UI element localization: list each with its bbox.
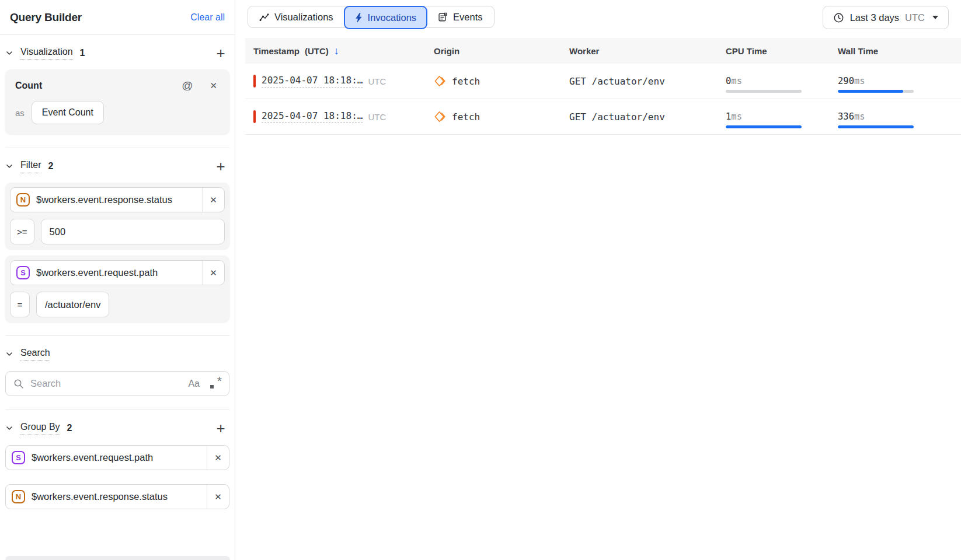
time-range-label: Last 3 days <box>850 12 899 23</box>
filter-field-name: $workers.event.request.path <box>36 267 202 278</box>
group-by-section: Group By 2 + S $workers.event.request.pa… <box>0 410 235 509</box>
clear-all-link[interactable]: Clear all <box>190 12 225 23</box>
view-tab-group: Visualizations Invocations Events <box>248 6 495 28</box>
filter-operator-select[interactable]: = <box>10 292 30 317</box>
visualization-function: Count <box>15 80 42 91</box>
remove-group-by-button[interactable]: ✕ <box>207 453 229 463</box>
filter-card: N $workers.event.response.status ✕ >= 50… <box>5 183 229 249</box>
match-case-toggle[interactable]: Aa <box>188 379 200 389</box>
chevron-down-icon[interactable] <box>5 424 20 432</box>
error-marker <box>253 110 256 123</box>
filter-value-input[interactable]: 500 <box>41 219 225 244</box>
number-type-badge: N <box>16 193 30 206</box>
worker-value: GET /actuator/env <box>569 76 720 87</box>
group-by-section-label: Group By <box>20 422 60 435</box>
caret-down-icon <box>932 16 938 19</box>
string-type-badge: S <box>16 266 30 279</box>
column-header-origin: Origin <box>434 46 569 56</box>
wall-time-bar <box>838 125 914 128</box>
time-range-select[interactable]: Last 3 days UTC <box>823 6 949 29</box>
filter-field-name: $workers.event.response.status <box>36 194 202 205</box>
filter-field-select[interactable]: S $workers.event.request.path ✕ <box>10 260 225 285</box>
sidebar-header: Query Builder Clear all <box>0 0 235 35</box>
events-icon <box>438 12 448 22</box>
results-panel: Visualizations Invocations Events Last 3… <box>236 0 961 560</box>
error-marker <box>253 75 256 88</box>
remove-filter-button[interactable]: ✕ <box>203 268 224 278</box>
visualization-count: 1 <box>80 48 85 58</box>
cpu-time-metric: 1ms <box>726 106 832 128</box>
table-header: Timestamp (UTC) ↓ Origin Worker CPU Time… <box>245 38 961 64</box>
clock-icon <box>833 12 844 23</box>
visualization-section: Visualization 1 + Count @ ✕ as Event Cou… <box>0 35 235 148</box>
filter-value-input[interactable]: /actuator/env <box>36 292 109 317</box>
add-filter-button[interactable]: + <box>212 159 229 174</box>
search-box: Aa * <box>5 371 229 396</box>
fetch-origin-icon <box>434 110 447 123</box>
filter-field-select[interactable]: N $workers.event.response.status ✕ <box>10 187 225 212</box>
wall-time-metric: 336ms <box>838 106 961 128</box>
column-header-wall-time: Wall Time <box>832 46 961 56</box>
next-section-card-edge <box>5 556 230 560</box>
remove-visualization-button[interactable]: ✕ <box>210 80 217 91</box>
remove-group-by-button[interactable]: ✕ <box>207 492 229 502</box>
regex-toggle-icon[interactable]: * <box>210 378 221 390</box>
chevron-down-icon[interactable] <box>5 162 20 170</box>
number-type-badge: N <box>12 490 25 503</box>
visualization-section-label: Visualization <box>20 47 73 60</box>
remove-filter-button[interactable]: ✕ <box>203 195 224 205</box>
wall-time-metric: 290ms <box>838 70 961 93</box>
filter-card: S $workers.event.request.path ✕ = /actua… <box>5 256 229 322</box>
cpu-time-metric: 0ms <box>726 70 832 93</box>
as-label: as <box>15 108 25 118</box>
at-icon[interactable]: @ <box>182 79 193 92</box>
group-by-count: 2 <box>67 423 72 433</box>
tab-label: Events <box>453 12 482 23</box>
timezone-label: UTC <box>368 76 386 86</box>
sort-desc-icon: ↓ <box>334 45 339 57</box>
timestamp-value: 2025-04-07 18:18:… <box>262 110 363 123</box>
add-visualization-button[interactable]: + <box>212 46 229 61</box>
filter-section-label: Filter <box>20 160 41 173</box>
timestamp-value: 2025-04-07 18:18:… <box>262 75 363 88</box>
cpu-time-bar <box>726 90 802 93</box>
filter-count: 2 <box>48 161 54 172</box>
time-range-timezone: UTC <box>905 12 925 23</box>
group-by-field-select[interactable]: S $workers.event.request.path ✕ <box>5 445 229 470</box>
search-section-label: Search <box>20 348 50 361</box>
lightning-icon <box>355 13 363 23</box>
group-by-field-name: $workers.event.response.status <box>32 491 207 502</box>
tab-visualizations[interactable]: Visualizations <box>248 6 344 27</box>
tab-label: Visualizations <box>274 12 333 23</box>
page-title: Query Builder <box>10 11 82 24</box>
chevron-down-icon[interactable] <box>5 49 20 57</box>
chevron-down-icon[interactable] <box>5 350 20 358</box>
results-toolbar: Visualizations Invocations Events Last 3… <box>236 0 961 29</box>
add-group-by-button[interactable]: + <box>212 421 229 436</box>
fetch-origin-icon <box>434 75 447 88</box>
visualization-alias-button[interactable]: Event Count <box>32 101 104 124</box>
table-row[interactable]: 2025-04-07 18:18:… UTC fetch GET /actuat… <box>245 64 961 99</box>
wall-time-bar <box>838 90 914 93</box>
tab-label: Invocations <box>368 12 416 23</box>
table-row[interactable]: 2025-04-07 18:18:… UTC fetch GET /actuat… <box>245 99 961 135</box>
column-header-cpu-time: CPU Time <box>720 46 832 56</box>
chart-line-icon <box>259 12 269 22</box>
column-header-timestamp[interactable]: Timestamp (UTC) ↓ <box>245 45 434 57</box>
cpu-time-bar <box>726 125 802 128</box>
search-section: Search Aa * <box>0 336 235 410</box>
origin-value: fetch <box>452 111 480 123</box>
filter-operator-select[interactable]: >= <box>10 219 34 244</box>
query-builder-sidebar: Query Builder Clear all Visualization 1 … <box>0 0 235 560</box>
group-by-field-select[interactable]: N $workers.event.response.status ✕ <box>5 484 229 509</box>
search-icon <box>13 379 24 389</box>
search-input[interactable] <box>30 378 182 389</box>
group-by-field-name: $workers.event.request.path <box>32 452 207 463</box>
tab-events[interactable]: Events <box>427 6 493 27</box>
column-header-worker: Worker <box>569 46 720 56</box>
visualization-card: Count @ ✕ as Event Count <box>5 69 229 134</box>
tab-invocations[interactable]: Invocations <box>344 6 427 29</box>
timezone-label: UTC <box>368 112 386 122</box>
origin-value: fetch <box>452 76 480 87</box>
worker-value: GET /actuator/env <box>569 111 720 123</box>
